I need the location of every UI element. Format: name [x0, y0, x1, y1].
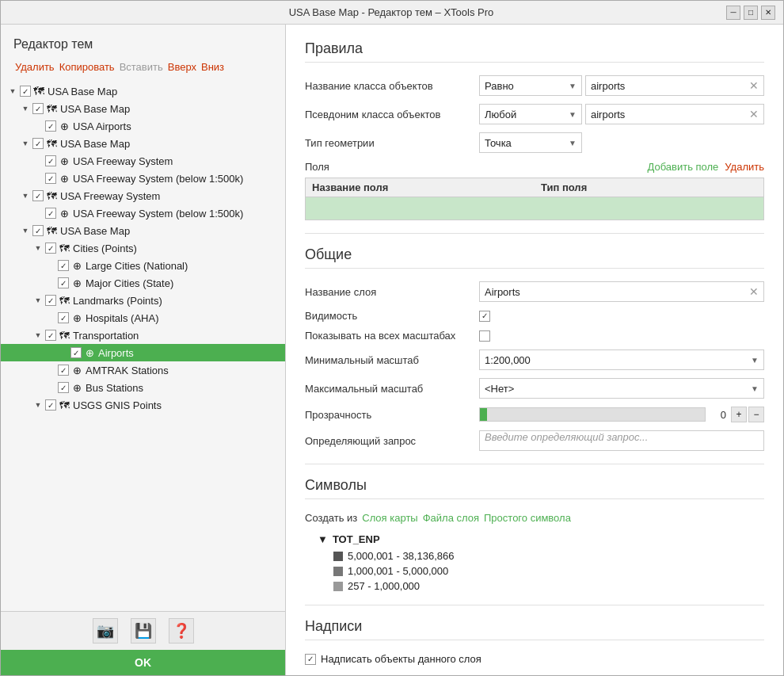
help-icon[interactable]: ❓ [169, 618, 194, 644]
class-name-select[interactable]: Равно ▼ [479, 75, 582, 96]
checkbox-bus[interactable] [58, 382, 69, 393]
transparency-decrement[interactable]: − [748, 407, 764, 422]
tree-item-freeway1[interactable]: ⊕ USA Freeway System [1, 152, 285, 170]
tree-item-airports[interactable]: ⊕ USA Airports [1, 117, 285, 135]
fields-table-row[interactable] [306, 197, 763, 220]
maximize-button[interactable]: □ [744, 6, 758, 20]
tree-item-amtrak[interactable]: ⊕ AMTRAK Stations [1, 361, 285, 379]
checkbox-usgs[interactable] [45, 399, 56, 411]
fields-actions: Добавить поле Удалить [647, 161, 764, 173]
class-alias-select[interactable]: Любой ▼ [479, 104, 582, 124]
stack-icon: 🗺 [45, 189, 58, 202]
ok-button[interactable]: OK [1, 650, 285, 675]
tree-item-group3[interactable]: ▼ 🗺 USA Freeway System [1, 187, 285, 204]
tree-item-largecities[interactable]: ⊕ Large Cities (National) [1, 257, 285, 274]
all-scales-control [479, 330, 764, 342]
down-button[interactable]: Вниз [200, 61, 226, 73]
tree-item-landmarks[interactable]: ▼ 🗺 Landmarks (Points) [1, 292, 285, 309]
checkbox-landmarks[interactable] [45, 295, 56, 306]
geometry-select[interactable]: Точка ▼ [479, 132, 582, 153]
up-button[interactable]: Вверх [166, 61, 198, 73]
expand-icon[interactable]: ▼ [32, 295, 44, 306]
tree-item-bus[interactable]: ⊕ Bus Stations [1, 379, 285, 396]
checkbox-airports[interactable] [45, 120, 56, 132]
expand-icon[interactable]: ▼ [20, 225, 31, 236]
transparency-increment[interactable]: + [731, 407, 747, 422]
tree-item-group1[interactable]: ▼ 🗺 USA Base Map [1, 100, 285, 117]
expand-icon[interactable]: ▼ [20, 190, 31, 201]
checkbox-group1[interactable] [32, 103, 44, 114]
checkbox-group3[interactable] [32, 190, 44, 201]
checkbox-cities[interactable] [45, 243, 56, 254]
divider [305, 233, 764, 234]
simple-symbol-button[interactable]: Простого символа [484, 512, 571, 524]
layer-name-input[interactable]: Airports ✕ [479, 281, 764, 302]
line-icon: ⊕ [58, 207, 70, 220]
checkbox-freeway3[interactable] [45, 208, 56, 219]
class-alias-input[interactable]: airports ✕ [585, 104, 764, 124]
checkbox-airport-layer[interactable] [70, 347, 82, 358]
expand-placeholder [45, 260, 56, 271]
symbol-item-1: 5,000,001 - 38,136,866 [333, 550, 764, 562]
checkbox-majorcities[interactable] [58, 277, 69, 288]
tree-item-group2[interactable]: ▼ 🗺 USA Base Map [1, 135, 285, 152]
expand-icon[interactable]: ▼ [20, 103, 31, 114]
tree-item-majorcities[interactable]: ⊕ Major Cities (State) [1, 274, 285, 292]
close-button[interactable]: ✕ [761, 6, 775, 20]
tree-item-hospitals[interactable]: ⊕ Hospitals (AHA) [1, 309, 285, 327]
checkbox-amtrak[interactable] [58, 365, 69, 376]
expand-icon[interactable]: ▼ [32, 243, 44, 254]
expand-icon[interactable]: ▼ [32, 399, 44, 411]
transparency-slider[interactable] [479, 407, 706, 422]
from-map-layer-button[interactable]: Слоя карты [362, 512, 417, 524]
expand-placeholder [45, 382, 56, 393]
delete-field-button[interactable]: Удалить [725, 161, 764, 173]
clear-icon[interactable]: ✕ [749, 79, 759, 92]
checkbox-transport[interactable] [45, 330, 56, 341]
all-scales-checkbox[interactable] [479, 330, 490, 342]
stack-icon: 🗺 [45, 102, 58, 115]
expand-icon[interactable]: ▼ [318, 533, 328, 545]
max-scale-select[interactable]: <Нет> ▼ [479, 378, 764, 399]
tree-item-freeway2[interactable]: ⊕ USA Freeway System (below 1:500k) [1, 170, 285, 187]
checkbox-group2[interactable] [32, 138, 44, 149]
query-input[interactable]: Введите определяющий запрос... [479, 430, 764, 451]
copy-button[interactable]: Копировать [58, 61, 116, 73]
checkbox-group4[interactable] [32, 225, 44, 236]
expand-icon[interactable]: ▼ [20, 138, 31, 149]
tree-container[interactable]: ▼ 🗺 USA Base Map ▼ 🗺 USA Base Map ⊕ [1, 79, 285, 611]
tree-item-airport-layer[interactable]: ⊕ Airports [1, 344, 285, 361]
tree-item-root[interactable]: ▼ 🗺 USA Base Map [1, 82, 285, 100]
expand-icon[interactable]: ▼ [7, 86, 18, 97]
save-icon[interactable]: 💾 [131, 618, 156, 644]
checkbox-freeway2[interactable] [45, 173, 56, 184]
min-scale-label: Минимальный масштаб [305, 354, 479, 366]
labels-checkbox[interactable] [305, 654, 316, 665]
minimize-button[interactable]: ─ [726, 6, 740, 20]
from-file-layer-button[interactable]: Файла слоя [423, 512, 479, 524]
geometry-label: Тип геометрии [305, 137, 479, 149]
clear-icon[interactable]: ✕ [749, 285, 759, 298]
tree-item-usgs[interactable]: ▼ 🗺 USGS GNIS Points [1, 396, 285, 414]
visibility-checkbox[interactable] [479, 311, 490, 322]
panel-title: Редактор тем [13, 37, 272, 52]
tree-item-transport[interactable]: ▼ 🗺 Transportation [1, 327, 285, 344]
expand-icon[interactable]: ▼ [32, 330, 44, 341]
delete-button[interactable]: Удалить [13, 61, 56, 73]
min-scale-select[interactable]: 1:200,000 ▼ [479, 349, 764, 370]
checkbox-hospitals[interactable] [58, 312, 69, 323]
tree-item-cities[interactable]: ▼ 🗺 Cities (Points) [1, 239, 285, 257]
tree-item-group4[interactable]: ▼ 🗺 USA Base Map [1, 222, 285, 239]
checkbox-root[interactable] [20, 86, 31, 97]
clear-icon[interactable]: ✕ [749, 108, 759, 120]
checkbox-largecities[interactable] [58, 260, 69, 271]
labels-section-title: Надписи [305, 618, 764, 640]
rules-section-title: Правила [305, 40, 764, 63]
class-name-input[interactable]: airports ✕ [585, 75, 764, 96]
tree-item-freeway3[interactable]: ⊕ USA Freeway System (below 1:500k) [1, 204, 285, 222]
camera-icon[interactable]: 📷 [93, 618, 118, 644]
add-field-button[interactable]: Добавить поле [647, 161, 718, 173]
item-label: USA Airports [73, 120, 131, 132]
checkbox-freeway1[interactable] [45, 155, 56, 166]
point-icon: ⊕ [83, 346, 96, 359]
